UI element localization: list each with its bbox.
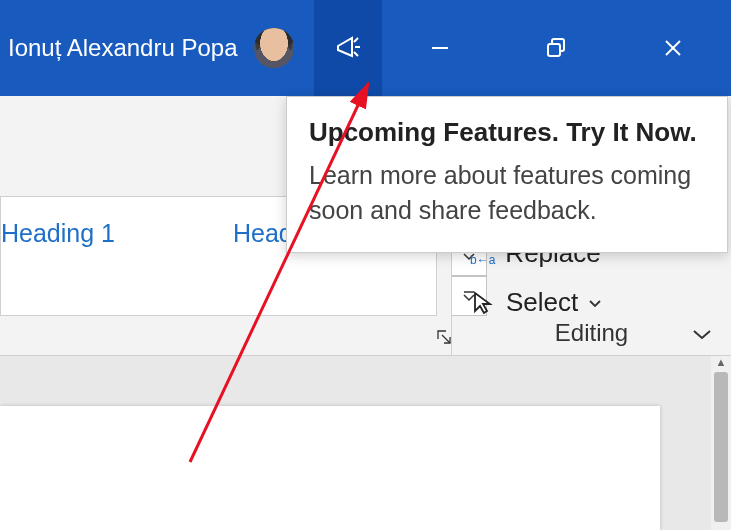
close-button[interactable] [638, 0, 708, 96]
scroll-thumb[interactable] [714, 372, 728, 522]
upcoming-features-button[interactable] [314, 0, 382, 96]
document-page[interactable] [0, 406, 660, 530]
restore-button[interactable] [521, 0, 591, 96]
account-name[interactable]: Ionuț Alexandru Popa [8, 34, 238, 62]
minimize-icon [429, 37, 451, 59]
select-button[interactable]: Select [470, 283, 713, 322]
ribbon-collapse-button[interactable] [691, 327, 713, 345]
close-icon [662, 37, 684, 59]
select-label: Select [506, 287, 578, 318]
svg-line-5 [442, 335, 450, 343]
minimize-button[interactable] [405, 0, 475, 96]
editing-group-label: Editing [452, 319, 731, 347]
vertical-scrollbar[interactable] [711, 356, 731, 530]
document-area [0, 356, 731, 530]
tooltip-body: Learn more about features coming soon an… [309, 158, 705, 228]
restore-icon [545, 37, 567, 59]
feature-tooltip: Upcoming Features. Try It Now. Learn mor… [286, 96, 728, 253]
cursor-icon [470, 290, 496, 316]
chevron-down-icon [588, 298, 602, 308]
svg-rect-1 [548, 44, 560, 56]
style-heading-1[interactable]: Heading 1 [1, 219, 115, 248]
megaphone-icon [332, 32, 364, 64]
chevron-down-icon [691, 327, 713, 341]
window-controls [382, 0, 731, 96]
title-bar: Ionuț Alexandru Popa [0, 0, 731, 96]
avatar[interactable] [254, 28, 294, 68]
tooltip-title: Upcoming Features. Try It Now. [309, 117, 705, 148]
